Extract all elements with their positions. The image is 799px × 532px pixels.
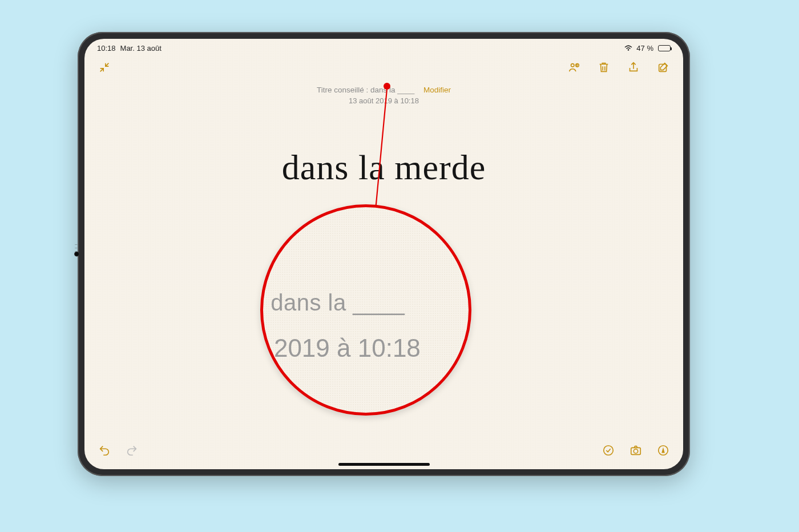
svg-point-7 <box>633 449 637 453</box>
handwritten-text: dans la merde <box>84 147 683 188</box>
compose-icon[interactable] <box>656 60 671 75</box>
redo-icon <box>124 443 139 458</box>
suggested-title-value: dans la ____ <box>370 86 414 94</box>
wifi-icon <box>624 44 633 53</box>
ipad-device-frame: ······ 10:18 Mar. 13 août 47 % <box>78 32 690 476</box>
markup-icon[interactable] <box>656 443 671 458</box>
suggested-title-label: Titre conseillé : <box>317 86 368 94</box>
top-toolbar <box>84 55 683 80</box>
speaker-dots: ······ <box>75 243 77 253</box>
undo-icon[interactable] <box>97 443 112 458</box>
annotation-dot <box>384 83 390 90</box>
battery-icon <box>658 45 671 51</box>
home-indicator[interactable] <box>338 463 430 466</box>
camera-icon[interactable] <box>628 443 643 458</box>
magnifier-overlay: : dans la ____ ût 2019 à 10:18 <box>260 204 471 416</box>
checklist-icon[interactable] <box>601 443 616 458</box>
magnified-line-1: : dans la ____ <box>260 290 469 316</box>
trash-icon[interactable] <box>596 60 611 75</box>
status-time: 10:18 <box>97 44 116 53</box>
battery-percent: 47 % <box>636 44 653 53</box>
status-bar: 10:18 Mar. 13 août 47 % <box>84 39 683 55</box>
status-date: Mar. 13 août <box>120 44 162 53</box>
note-date: 13 août 2019 à 10:18 <box>84 96 683 105</box>
svg-point-5 <box>604 446 614 456</box>
collaborate-icon[interactable] <box>567 60 582 75</box>
svg-point-1 <box>571 64 575 67</box>
edit-title-button[interactable]: Modifier <box>423 86 451 94</box>
screen: 10:18 Mar. 13 août 47 % <box>84 39 683 469</box>
share-icon[interactable] <box>626 60 641 75</box>
collapse-icon[interactable] <box>97 60 112 75</box>
svg-point-0 <box>628 49 629 50</box>
magnified-line-2: ût 2019 à 10:18 <box>260 334 471 362</box>
